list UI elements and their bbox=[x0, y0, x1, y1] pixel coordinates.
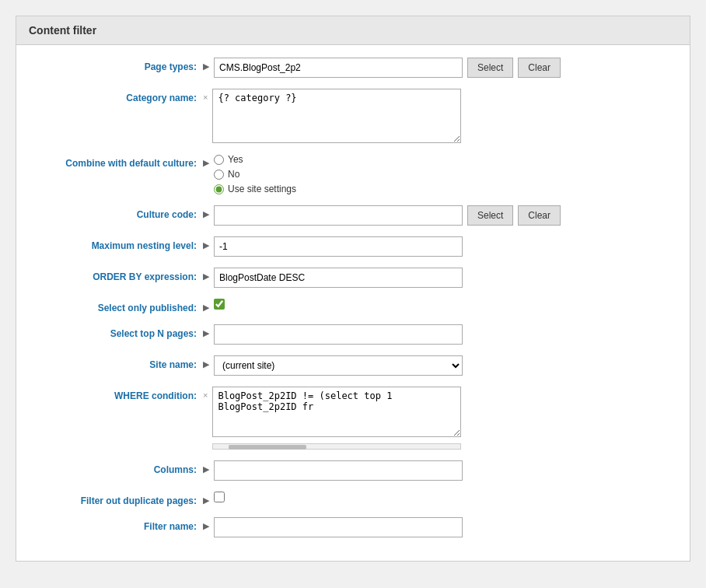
order-by-arrow: ▶ bbox=[203, 268, 209, 282]
where-condition-scrollbar bbox=[212, 443, 461, 450]
culture-code-input[interactable] bbox=[214, 205, 463, 226]
filter-duplicate-control bbox=[214, 492, 674, 502]
select-top-n-label: Select top N pages: bbox=[32, 324, 203, 339]
radio-use-site-settings[interactable] bbox=[214, 184, 224, 194]
where-condition-label: WHERE condition: bbox=[32, 387, 203, 401]
site-name-row: Site name: ▶ (current site) bbox=[32, 355, 674, 376]
category-name-row: Category name: × {? category ?} bbox=[32, 89, 674, 143]
combine-culture-label: Combine with default culture: bbox=[32, 154, 203, 169]
page-types-select-button[interactable]: Select bbox=[467, 58, 513, 78]
page-types-label: Page types: bbox=[32, 58, 203, 72]
culture-code-row: Culture code: ▶ Select Clear bbox=[32, 205, 674, 226]
where-condition-textarea[interactable]: BlogPost_2p2ID != (select top 1 BlogPost… bbox=[212, 387, 461, 437]
site-name-control: (current site) bbox=[214, 355, 674, 376]
page-types-row: Page types: ▶ Select Clear bbox=[32, 58, 674, 78]
order-by-control bbox=[214, 268, 674, 288]
columns-row: Columns: ▶ bbox=[32, 460, 674, 481]
filter-duplicate-row: Filter out duplicate pages: ▶ bbox=[32, 492, 674, 506]
radio-no-label: No bbox=[228, 169, 239, 180]
page-types-control: Select Clear bbox=[214, 58, 674, 78]
select-only-published-arrow: ▶ bbox=[203, 299, 209, 313]
max-nesting-control bbox=[214, 236, 674, 257]
panel-title: Content filter bbox=[29, 24, 96, 37]
site-name-select[interactable]: (current site) bbox=[214, 355, 463, 376]
culture-code-control: Select Clear bbox=[214, 205, 674, 226]
panel-header: Content filter bbox=[16, 16, 690, 45]
combine-culture-control: Yes No Use site settings bbox=[214, 154, 674, 194]
combine-culture-arrow: ▶ bbox=[203, 154, 209, 168]
max-nesting-label: Maximum nesting level: bbox=[32, 236, 203, 251]
columns-input[interactable] bbox=[214, 460, 463, 481]
filter-name-arrow: ▶ bbox=[203, 517, 209, 531]
max-nesting-arrow: ▶ bbox=[203, 236, 209, 250]
category-name-arrow: × bbox=[203, 89, 208, 102]
category-name-label: Category name: bbox=[32, 89, 203, 103]
site-name-label: Site name: bbox=[32, 355, 203, 370]
filter-name-row: Filter name: ▶ bbox=[32, 517, 674, 537]
panel-body: Page types: ▶ Select Clear Category name… bbox=[16, 45, 690, 561]
combine-culture-radio-group: Yes No Use site settings bbox=[214, 154, 296, 194]
culture-code-select-button[interactable]: Select bbox=[467, 205, 513, 226]
culture-code-arrow: ▶ bbox=[203, 205, 209, 219]
where-condition-arrow: × bbox=[203, 387, 208, 400]
select-only-published-control bbox=[214, 299, 674, 310]
radio-no[interactable] bbox=[214, 170, 224, 180]
select-only-published-label: Select only published: bbox=[32, 299, 203, 313]
columns-arrow: ▶ bbox=[203, 460, 209, 474]
filter-duplicate-label: Filter out duplicate pages: bbox=[32, 492, 203, 506]
select-only-published-row: Select only published: ▶ bbox=[32, 299, 674, 313]
order-by-label: ORDER BY expression: bbox=[32, 268, 203, 282]
filter-name-control bbox=[214, 517, 674, 537]
site-name-arrow: ▶ bbox=[203, 355, 209, 369]
filter-name-label: Filter name: bbox=[32, 517, 203, 532]
culture-code-label: Culture code: bbox=[32, 205, 203, 220]
radio-use-site-settings-item[interactable]: Use site settings bbox=[214, 184, 296, 194]
filter-duplicate-checkbox[interactable] bbox=[214, 492, 225, 502]
radio-yes[interactable] bbox=[214, 155, 224, 165]
filter-duplicate-arrow: ▶ bbox=[203, 492, 209, 506]
columns-label: Columns: bbox=[32, 460, 203, 475]
page-types-clear-button[interactable]: Clear bbox=[518, 58, 561, 78]
page-types-arrow: ▶ bbox=[203, 58, 209, 72]
select-top-n-input[interactable] bbox=[214, 324, 463, 345]
radio-yes-label: Yes bbox=[228, 154, 243, 165]
category-name-control: {? category ?} bbox=[212, 89, 674, 143]
filter-name-input[interactable] bbox=[214, 517, 463, 537]
content-filter-panel: Content filter Page types: ▶ Select Clea… bbox=[16, 16, 690, 562]
radio-use-site-settings-label: Use site settings bbox=[228, 184, 296, 194]
select-top-n-control bbox=[214, 324, 674, 345]
max-nesting-row: Maximum nesting level: ▶ bbox=[32, 236, 674, 257]
where-condition-row: WHERE condition: × BlogPost_2p2ID != (se… bbox=[32, 387, 674, 450]
page-types-input[interactable] bbox=[214, 58, 463, 78]
select-top-n-arrow: ▶ bbox=[203, 324, 209, 338]
select-top-n-row: Select top N pages: ▶ bbox=[32, 324, 674, 345]
category-name-textarea[interactable]: {? category ?} bbox=[212, 89, 461, 143]
culture-code-clear-button[interactable]: Clear bbox=[518, 205, 561, 226]
radio-no-item[interactable]: No bbox=[214, 169, 296, 180]
order-by-input[interactable] bbox=[214, 268, 463, 288]
select-only-published-checkbox[interactable] bbox=[214, 299, 225, 310]
radio-yes-item[interactable]: Yes bbox=[214, 154, 296, 165]
where-condition-control: BlogPost_2p2ID != (select top 1 BlogPost… bbox=[212, 387, 674, 450]
max-nesting-input[interactable] bbox=[214, 236, 463, 257]
where-condition-scrollbar-thumb bbox=[229, 445, 306, 450]
combine-culture-row: Combine with default culture: ▶ Yes No U… bbox=[32, 154, 674, 194]
columns-control bbox=[214, 460, 674, 481]
order-by-row: ORDER BY expression: ▶ bbox=[32, 268, 674, 288]
